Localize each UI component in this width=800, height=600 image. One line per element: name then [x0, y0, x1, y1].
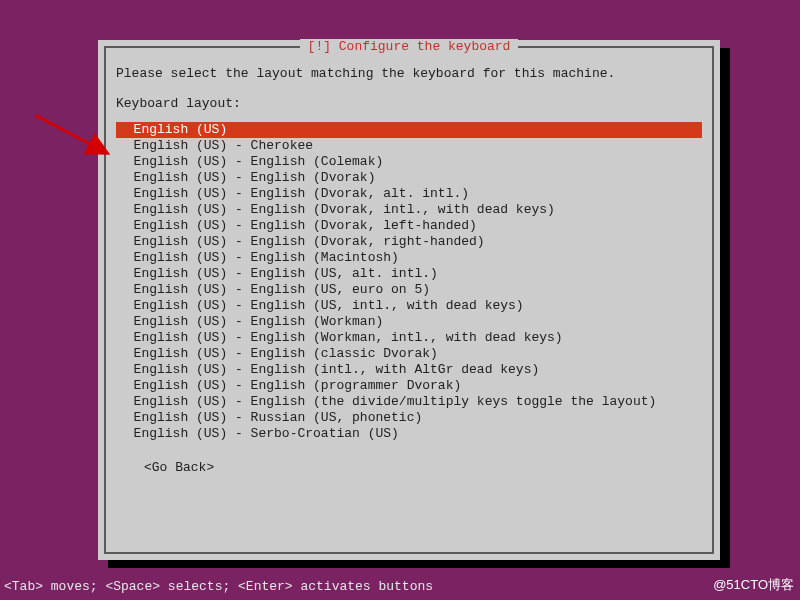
list-item[interactable]: English (US) - English (Workman)	[116, 314, 702, 330]
list-item[interactable]: English (US) - English (Colemak)	[116, 154, 702, 170]
list-item[interactable]: English (US)	[116, 122, 702, 138]
list-item[interactable]: English (US) - English (US, alt. intl.)	[116, 266, 702, 282]
dialog-prompt: Please select the layout matching the ke…	[116, 66, 702, 82]
list-item[interactable]: English (US) - English (the divide/multi…	[116, 394, 702, 410]
list-item[interactable]: English (US) - English (Macintosh)	[116, 250, 702, 266]
list-item[interactable]: English (US) - English (Dvorak, intl., w…	[116, 202, 702, 218]
keyboard-config-dialog: [!] Configure the keyboard Please select…	[98, 40, 720, 560]
list-item[interactable]: English (US) - English (Workman, intl., …	[116, 330, 702, 346]
list-item[interactable]: English (US) - English (Dvorak, right-ha…	[116, 234, 702, 250]
list-item[interactable]: English (US) - English (Dvorak)	[116, 170, 702, 186]
list-item[interactable]: English (US) - Cherokee	[116, 138, 702, 154]
list-item[interactable]: English (US) - Russian (US, phonetic)	[116, 410, 702, 426]
watermark: @51CTO博客	[713, 576, 794, 594]
list-item[interactable]: English (US) - English (US, euro on 5)	[116, 282, 702, 298]
keyboard-layout-list[interactable]: English (US) English (US) - Cherokee Eng…	[116, 122, 702, 442]
help-footer: <Tab> moves; <Space> selects; <Enter> ac…	[4, 579, 433, 594]
list-item[interactable]: English (US) - English (programmer Dvora…	[116, 378, 702, 394]
list-item[interactable]: English (US) - English (US, intl., with …	[116, 298, 702, 314]
dialog-title: [!] Configure the keyboard	[300, 39, 519, 54]
list-item[interactable]: English (US) - English (Dvorak, left-han…	[116, 218, 702, 234]
svg-line-0	[35, 115, 105, 152]
field-label: Keyboard layout:	[116, 96, 702, 112]
list-item[interactable]: English (US) - English (Dvorak, alt. int…	[116, 186, 702, 202]
list-item[interactable]: English (US) - English (classic Dvorak)	[116, 346, 702, 362]
go-back-button[interactable]: <Go Back>	[116, 460, 702, 476]
list-item[interactable]: English (US) - English (intl., with AltG…	[116, 362, 702, 378]
list-item[interactable]: English (US) - Serbo-Croatian (US)	[116, 426, 702, 442]
dialog-frame: [!] Configure the keyboard Please select…	[104, 46, 714, 554]
